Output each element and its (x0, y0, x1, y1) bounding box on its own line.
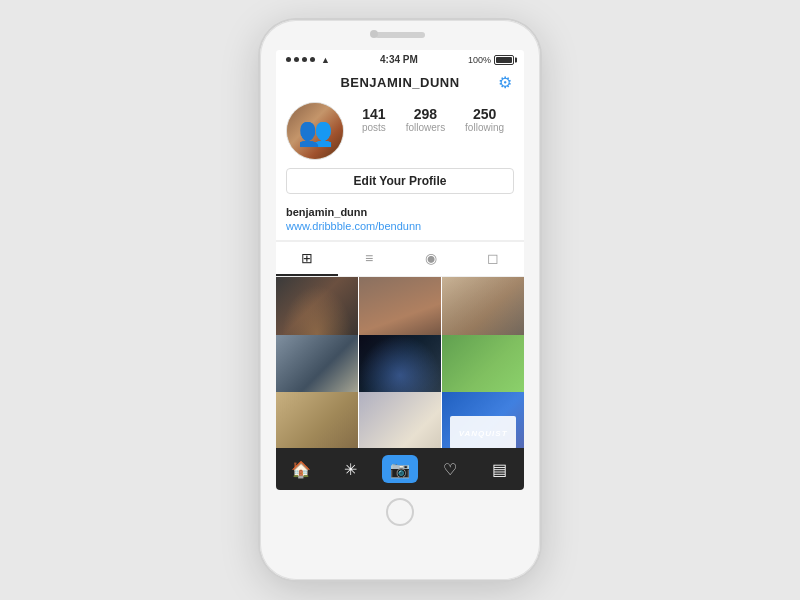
dot-4 (310, 57, 315, 62)
list-icon: ≡ (365, 250, 373, 266)
avatar[interactable] (286, 102, 344, 160)
bio-username: benjamin_dunn (286, 206, 367, 218)
tab-location[interactable]: ◉ (400, 242, 462, 276)
signal-dots: ▲ (286, 55, 330, 65)
stats-numbers: 141 posts 298 followers 250 following (352, 102, 514, 133)
photo-grid: VANQUIST (276, 277, 524, 448)
followers-label: followers (406, 122, 445, 133)
wifi-icon: ▲ (321, 55, 330, 65)
settings-icon[interactable]: ⚙ (498, 73, 512, 92)
stat-following: 250 following (465, 106, 504, 133)
photo-7[interactable] (276, 392, 358, 448)
tab-tagged[interactable]: ◻ (462, 242, 524, 276)
nav-profile[interactable]: ▤ (481, 455, 517, 483)
followers-count: 298 (414, 106, 437, 122)
phone-frame: ▲ 4:34 PM 100% BENJAMIN_DUNN ⚙ (260, 20, 540, 580)
stats-row: 141 posts 298 followers 250 following (276, 96, 524, 168)
stat-followers: 298 followers (406, 106, 445, 133)
nav-activity[interactable]: ♡ (432, 455, 468, 483)
username-row: BENJAMIN_DUNN ⚙ (276, 69, 524, 96)
following-count: 250 (473, 106, 496, 122)
nav-home[interactable]: 🏠 (283, 455, 319, 483)
phone-screen: ▲ 4:34 PM 100% BENJAMIN_DUNN ⚙ (276, 50, 524, 490)
grid-icon: ⊞ (301, 250, 313, 266)
status-time: 4:34 PM (380, 54, 418, 65)
bio-link[interactable]: www.dribbble.com/bendunn (286, 220, 514, 232)
avatar-image (287, 103, 343, 159)
username-label: BENJAMIN_DUNN (340, 75, 459, 90)
bio-section: benjamin_dunn www.dribbble.com/bendunn (276, 202, 524, 240)
photo-9[interactable]: VANQUIST (442, 392, 524, 448)
vanquist-label: VANQUIST (459, 428, 508, 437)
stat-posts: 141 posts (362, 106, 386, 133)
battery-fill (496, 57, 512, 63)
battery-percent: 100% (468, 55, 491, 65)
posts-label: posts (362, 122, 386, 133)
phone-speaker (375, 32, 425, 38)
following-label: following (465, 122, 504, 133)
dot-3 (302, 57, 307, 62)
dot-1 (286, 57, 291, 62)
nav-camera[interactable]: 📷 (382, 455, 418, 483)
battery-icon (494, 55, 514, 65)
bottom-navigation: 🏠 ✳ 📷 ♡ ▤ (276, 448, 524, 490)
nav-explore[interactable]: ✳ (332, 455, 368, 483)
battery-area: 100% (468, 55, 514, 65)
photo-tab-bar: ⊞ ≡ ◉ ◻ (276, 241, 524, 277)
tab-list[interactable]: ≡ (338, 242, 400, 276)
photo-8[interactable] (359, 392, 441, 448)
person-tag-icon: ◻ (487, 250, 499, 266)
location-pin-icon: ◉ (425, 250, 437, 266)
dot-2 (294, 57, 299, 62)
tab-grid[interactable]: ⊞ (276, 242, 338, 276)
profile-header: BENJAMIN_DUNN ⚙ 141 posts 298 followers (276, 69, 524, 241)
camera-dot (370, 30, 378, 38)
edit-profile-button[interactable]: Edit Your Profile (286, 168, 514, 194)
status-bar: ▲ 4:34 PM 100% (276, 50, 524, 69)
posts-count: 141 (362, 106, 385, 122)
home-button[interactable] (386, 498, 414, 526)
